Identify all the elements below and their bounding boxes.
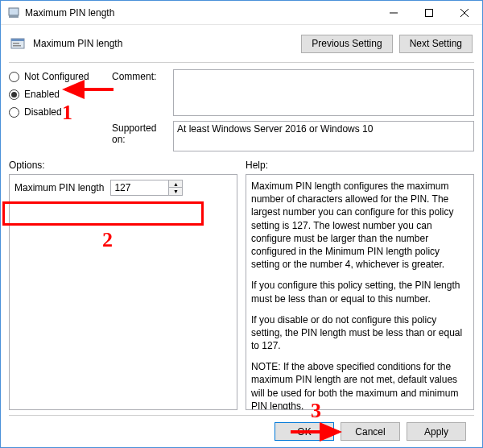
header-row: Maximum PIN length Previous Setting Next… [9, 30, 474, 57]
supported-on-text: At least Windows Server 2016 or Windows … [177, 123, 373, 135]
cancel-button[interactable]: Cancel [341, 422, 400, 441]
max-pin-length-label: Maximum PIN length [14, 182, 104, 193]
help-paragraph: Maximum PIN length configures the maximu… [251, 180, 469, 271]
svg-rect-7 [11, 39, 24, 41]
help-label: Help: [246, 160, 474, 171]
comment-label: Comment: [112, 69, 170, 82]
previous-setting-button[interactable]: Previous Setting [301, 35, 392, 53]
svg-rect-1 [9, 15, 19, 18]
help-paragraph: If you disable or do not configure this … [251, 313, 469, 353]
policy-title: Maximum PIN length [33, 38, 301, 49]
comment-textarea[interactable] [173, 69, 474, 116]
radio-label: Enabled [24, 89, 60, 100]
svg-rect-3 [426, 9, 433, 16]
help-pane[interactable]: Maximum PIN length configures the maximu… [246, 174, 474, 410]
help-paragraph: If you configure this policy setting, th… [251, 279, 469, 305]
svg-rect-8 [13, 43, 19, 44]
radio-label: Not Configured [24, 71, 89, 82]
radio-icon [9, 72, 19, 82]
max-pin-option-row: Maximum PIN length ▲ ▼ [14, 180, 232, 196]
radio-disabled[interactable]: Disabled [9, 106, 109, 118]
options-pane: Maximum PIN length ▲ ▼ [9, 174, 237, 410]
max-pin-length-input[interactable] [111, 180, 168, 195]
config-section: Not Configured Enabled Disabled Comment:… [9, 69, 474, 151]
ok-button[interactable]: OK [275, 422, 334, 441]
max-pin-length-spinner[interactable]: ▲ ▼ [110, 180, 183, 196]
svg-rect-0 [9, 8, 19, 15]
radio-icon [9, 107, 19, 118]
divider [9, 62, 474, 63]
policy-editor-window: Maximum PIN length Maximum PIN length Pr… [0, 0, 483, 448]
next-setting-button[interactable]: Next Setting [399, 35, 473, 53]
window-title: Maximum PIN length [25, 7, 376, 19]
radio-label: Disabled [24, 106, 62, 118]
maximize-button[interactable] [411, 1, 447, 25]
radio-icon [9, 89, 19, 100]
options-label: Options: [9, 160, 237, 171]
state-radio-group: Not Configured Enabled Disabled [9, 69, 109, 118]
pane-labels: Options: Help: [9, 160, 474, 171]
radio-not-configured[interactable]: Not Configured [9, 71, 109, 82]
app-icon [7, 6, 20, 19]
help-paragraph: NOTE: If the above specified conditions … [251, 360, 469, 410]
policy-icon [9, 35, 27, 52]
supported-on-box: At least Windows Server 2016 or Windows … [173, 121, 474, 151]
dialog-footer: OK Cancel Apply [9, 415, 474, 447]
radio-enabled[interactable]: Enabled [9, 89, 109, 100]
svg-rect-9 [13, 45, 21, 47]
apply-button[interactable]: Apply [407, 422, 466, 441]
content-area: Maximum PIN length Previous Setting Next… [1, 25, 482, 447]
titlebar: Maximum PIN length [1, 1, 482, 25]
spinner-down[interactable]: ▼ [169, 188, 182, 195]
supported-on-label: Supported on: [112, 121, 170, 145]
spinner-up[interactable]: ▲ [169, 180, 182, 188]
panes-row: Maximum PIN length ▲ ▼ Maximum PIN lengt… [9, 174, 474, 410]
minimize-button[interactable] [376, 1, 411, 25]
close-button[interactable] [447, 1, 482, 25]
